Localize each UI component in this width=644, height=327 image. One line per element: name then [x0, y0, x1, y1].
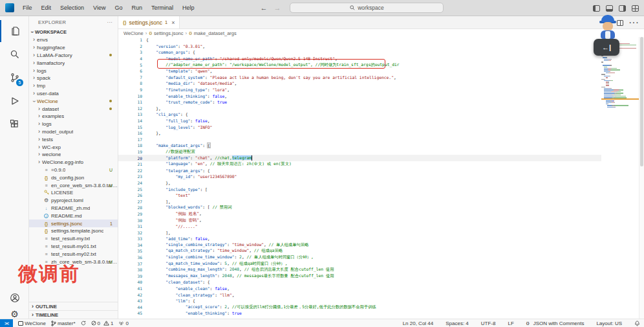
tree-file-test_result-my01.txt[interactable]: ≡test_result-my01.txt: [29, 243, 118, 251]
notifications-bell-icon[interactable]: [634, 321, 640, 326]
code-line-3[interactable]: 3 "common_args": {: [118, 49, 601, 56]
tree-folder-tests[interactable]: ›tests: [29, 135, 118, 143]
nav-back-icon[interactable]: ←: [260, 4, 267, 12]
code-line-2[interactable]: 2 "version": "0.3.01",: [118, 43, 601, 50]
code-line-37[interactable]: 37 "qa_match_time_window": 5, // 组成qa时间窗…: [118, 260, 601, 267]
tree-folder-WeClone[interactable]: ›WeClone: [29, 97, 118, 105]
code-line-25[interactable]: 25 "include_type": [: [118, 186, 601, 192]
code-line-9[interactable]: 9 "finetuning_type": "lora",: [118, 87, 601, 93]
split-editor-icon[interactable]: [617, 20, 623, 26]
encoding[interactable]: UTF-8: [481, 321, 496, 326]
code-line-39[interactable]: 39 "messages_max_length": 2048, // messa…: [118, 273, 601, 280]
code-line-10[interactable]: 10 "enable_thinking": false,: [118, 93, 601, 99]
minimap[interactable]: [601, 37, 639, 319]
tree-folder-model_output[interactable]: ›model_output: [29, 128, 118, 136]
tree-folder-weclone[interactable]: ›weclone: [29, 151, 118, 159]
code-line-30[interactable]: 30 "例如 密码",: [118, 217, 601, 223]
tree-folder-envs[interactable]: ›envs: [29, 36, 118, 44]
code-line-19[interactable]: 19 //数据处理配置: [118, 149, 601, 155]
tree-folder-spack[interactable]: ›spack: [29, 74, 118, 82]
toggle-sidebar-icon[interactable]: [593, 5, 600, 12]
tree-folder-user-data[interactable]: ›user-data: [29, 90, 118, 98]
code-line-33[interactable]: 33 "add_time": false,: [118, 236, 601, 242]
toggle-secondary-sidebar-icon[interactable]: [619, 5, 626, 12]
outline-section[interactable]: › OUTLINE: [29, 302, 118, 310]
remote-indicator[interactable]: ><: [0, 319, 13, 327]
code-line-12[interactable]: 12 },: [118, 106, 601, 112]
command-center-search[interactable]: workspace: [290, 3, 444, 13]
tree-folder-logs[interactable]: ›logs: [29, 120, 118, 128]
code-line-31[interactable]: 31 "//.....": [118, 223, 601, 230]
code-line-45[interactable]: 45 "enable_thinking": true: [118, 310, 601, 317]
breadcrumb-folder[interactable]: WeClone: [123, 30, 144, 36]
timeline-section[interactable]: › TIMELINE: [29, 310, 118, 319]
code-line-7[interactable]: 7 "default_system": "Please act like a h…: [118, 74, 601, 81]
customize-layout-icon[interactable]: [632, 5, 639, 12]
menu-selection[interactable]: Selection: [56, 5, 89, 11]
tree-file-settings.template.jsonc[interactable]: {}settings.template.jsonc: [29, 227, 118, 235]
explorer-more-icon[interactable]: ···: [107, 19, 113, 25]
tree-file-pyproject.toml[interactable]: ⚙pyproject.toml: [29, 197, 118, 205]
code-line-27[interactable]: 27 ],: [118, 198, 601, 205]
tree-file-README.md[interactable]: iREADME.md: [29, 212, 118, 220]
breadcrumb-symbol[interactable]: make_dataset_args: [194, 30, 237, 36]
ports-indicator[interactable]: 0: [118, 321, 128, 326]
code-line-18[interactable]: 18 "make_dataset_args": {: [118, 142, 601, 149]
menu-file[interactable]: File: [18, 5, 37, 11]
code-line-24[interactable]: 24 },: [118, 180, 601, 186]
tree-file-en_core_web_sm-3.8.0.tar.gz[interactable]: ≡en_core_web_sm-3.8.0.tar.gzU: [29, 181, 118, 189]
code-line-26[interactable]: 26 "text": [118, 192, 601, 199]
code-line-22[interactable]: 22 "telegram_args": {: [118, 167, 601, 174]
tree-folder-dataset[interactable]: ›dataset: [29, 105, 118, 113]
code-line-35[interactable]: 35 "qa_match_strategy": "time_window", /…: [118, 248, 601, 254]
tree-folder-logs[interactable]: ›logs: [29, 67, 118, 74]
sync-button[interactable]: [81, 321, 86, 326]
code-line-8[interactable]: 8 "media_dir": "dataset/media",: [118, 80, 601, 87]
code-line-13[interactable]: 13 "cli_args": {: [118, 111, 601, 118]
code-area[interactable]: 1{2 "version": "0.3.01",3 "common_args":…: [118, 37, 601, 319]
menu-run[interactable]: Run: [127, 5, 147, 11]
tree-file-=0.9.0[interactable]: ≡=0.9.0U: [29, 166, 118, 174]
indentation[interactable]: Spaces: 4: [445, 321, 469, 326]
menu-go[interactable]: Go: [110, 5, 127, 11]
tree-file-ds_config.json[interactable]: {}ds_config.json: [29, 174, 118, 181]
source-control-icon[interactable]: 5: [0, 67, 29, 89]
tree-folder-examples[interactable]: ›examples: [29, 113, 118, 120]
code-line-1[interactable]: 1{: [118, 37, 601, 43]
code-line-36[interactable]: 36 "single_combine_time_window": 2, // 单…: [118, 254, 601, 261]
tree-file-zh_core_web_sm-3.8.0.tar.gz[interactable]: ≡zh_core_web_sm-3.8.0.tar.gzU: [29, 258, 118, 265]
code-line-34[interactable]: 34 "single_combine_strategy": "time_wind…: [118, 242, 601, 249]
explorer-icon[interactable]: [0, 20, 29, 42]
code-line-32[interactable]: 32 ],: [118, 229, 601, 236]
problems-indicator[interactable]: 0 1: [91, 321, 114, 326]
menu-edit[interactable]: Edit: [37, 5, 56, 11]
code-line-28[interactable]: 28 "blocked_words": [ // 禁用词: [118, 205, 601, 211]
code-line-21[interactable]: 21 "language": "en", // 聊天常用语言: zh(中文) 或…: [118, 161, 601, 168]
tree-file-test_result-my.txt[interactable]: ≡test_result-my.txt: [29, 235, 118, 243]
scrollbar-thumb[interactable]: [640, 37, 643, 166]
language-mode[interactable]: {} JSON with Comments: [526, 321, 585, 326]
editor-more-icon[interactable]: ···: [628, 17, 639, 28]
overlay-collapse-button[interactable]: ←|: [594, 39, 619, 56]
tree-folder-tmp[interactable]: ›tmp: [29, 82, 118, 90]
code-line-16[interactable]: 16 },: [118, 130, 601, 137]
tree-file-LICENSE[interactable]: LICENSE: [29, 189, 118, 197]
eol-indicator[interactable]: LF: [508, 321, 513, 326]
code-line-42[interactable]: 42 "clean_strategy": "llm",: [118, 291, 601, 298]
tab-close-icon[interactable]: ×: [171, 19, 175, 26]
menu-view[interactable]: View: [89, 5, 110, 11]
code-line-6[interactable]: 6 "template": "qwen",: [118, 68, 601, 74]
tree-file-settings.jsonc[interactable]: {}settings.jsonc1: [29, 220, 118, 227]
workspace-indicator[interactable]: WeClone: [18, 321, 46, 326]
code-line-14[interactable]: 14 "full_log": false,: [118, 118, 601, 124]
toggle-panel-icon[interactable]: [606, 5, 613, 12]
tree-folder-WC-exp[interactable]: ›WC-exp: [29, 143, 118, 151]
code-line-44[interactable]: 44 "accept_score": 2, //可以接受的llm打分阈值,1分最…: [118, 304, 601, 311]
breadcrumb-file[interactable]: settings.jsonc: [154, 30, 183, 36]
tree-file-README_zh.md[interactable]: ↓README_zh.md: [29, 205, 118, 212]
code-line-20[interactable]: 20 "platform": "chat", //chat,telegram: [118, 155, 601, 161]
tab-settings-jsonc[interactable]: {} settings.jsonc 1 ×: [118, 16, 180, 28]
nav-forward-icon[interactable]: →: [274, 4, 281, 12]
code-line-43[interactable]: 43 "llm": {: [118, 298, 601, 304]
code-line-23[interactable]: 23 "my_id": "user1234567890": [118, 174, 601, 180]
